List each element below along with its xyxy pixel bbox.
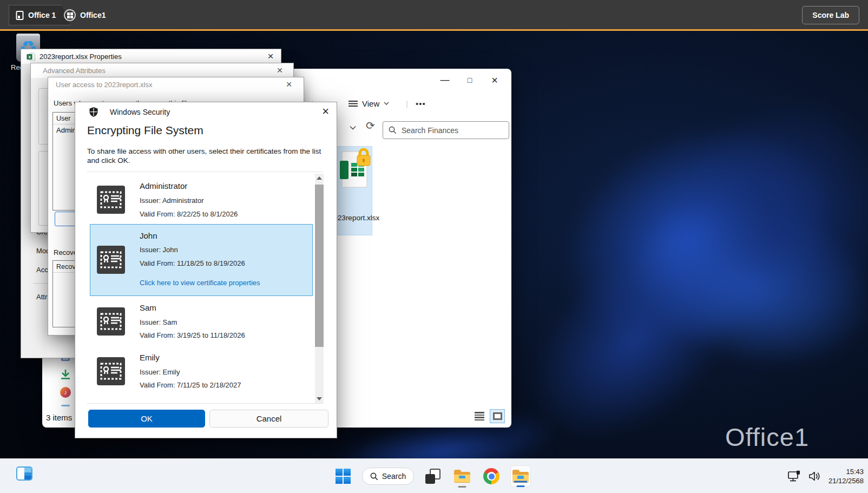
certificate-icon: [97, 186, 125, 214]
explorer-nav-icons: ♪: [60, 351, 71, 406]
active-explorer-window-icon[interactable]: [510, 465, 531, 487]
more-options-button[interactable]: •••: [416, 99, 426, 108]
divider: [87, 403, 323, 404]
chrome-icon[interactable]: [481, 465, 502, 487]
certificate-name: Sam: [140, 303, 156, 312]
scrollbar[interactable]: [315, 174, 324, 403]
breadcrumb-label: Office1: [80, 11, 106, 19]
details-view-toggle[interactable]: [472, 410, 486, 423]
taskbar: Search 15:43 21/12/2568: [0, 458, 868, 493]
top-bar: Office 1 Office1 Score Lab: [0, 0, 868, 31]
nav-scroll-dash: [61, 405, 70, 406]
svg-text:x: x: [28, 54, 31, 60]
office-tab-label: Office 1: [28, 11, 56, 19]
cancel-button[interactable]: Cancel: [209, 410, 328, 428]
volume-icon[interactable]: [808, 470, 822, 482]
taskbar-search-label: Search: [382, 472, 406, 481]
view-button[interactable]: View: [348, 99, 389, 108]
search-input[interactable]: [402, 126, 494, 135]
certificate-issuer: Issuer: John: [140, 246, 178, 254]
certificate-validity: Valid From: 8/22/25 to 8/1/2026: [140, 210, 238, 218]
list-lines-icon: [348, 100, 358, 107]
ok-label: OK: [141, 414, 153, 423]
folder-icon: [512, 469, 529, 483]
selected-file-tile[interactable]: 2023report.xlsx: [336, 146, 372, 235]
office-tab[interactable]: Office 1: [9, 5, 70, 25]
close-icon[interactable]: ×: [273, 64, 287, 76]
date-label: 21/12/2568: [828, 476, 864, 485]
explorer-search-box[interactable]: [383, 121, 509, 139]
folder-icon: [453, 469, 471, 483]
music-icon[interactable]: ♪: [60, 387, 71, 398]
efs-body-text: To share file access with other users, s…: [87, 147, 330, 165]
kiosk-icon: [16, 11, 24, 20]
properties-title: 2023report.xlsx Properties: [40, 52, 122, 61]
chevron-down-icon: [384, 102, 389, 105]
widgets-icon[interactable]: [16, 466, 32, 481]
close-button[interactable]: ×: [482, 72, 507, 88]
time-label: 15:43: [828, 467, 864, 476]
downloads-icon[interactable]: [60, 369, 71, 380]
desktop-watermark: Office1: [725, 422, 809, 452]
thumbnail-view-toggle[interactable]: [490, 409, 505, 423]
search-icon: [370, 472, 378, 481]
certificate-validity: Valid From: 11/18/25 to 8/19/2026: [140, 259, 245, 267]
scrollbar-thumb[interactable]: [315, 185, 324, 347]
active-indicator: [517, 485, 525, 487]
close-icon[interactable]: ×: [282, 78, 296, 90]
clock[interactable]: 15:43 21/12/2568: [828, 467, 864, 485]
taskbar-search[interactable]: Search: [362, 468, 414, 485]
windows-security-dialog: Windows Security × Encrypting File Syste…: [75, 102, 337, 438]
start-button[interactable]: [333, 465, 353, 487]
user-access-title: User access to 2023report.xlsx: [54, 81, 152, 89]
certificate-icon: [97, 307, 125, 336]
minimize-button[interactable]: —: [432, 72, 457, 88]
certificate-issuer: Issuer: Emily: [140, 368, 180, 376]
certificate-name: Emily: [140, 353, 160, 362]
windows-circle-icon: [64, 9, 76, 21]
certificate-name: Administrator: [140, 181, 187, 190]
certificate-properties-link[interactable]: Click here to view certificate propertie…: [140, 279, 260, 287]
divider: [87, 172, 323, 172]
scroll-up-arrow[interactable]: [317, 176, 322, 180]
lock-badge-icon: [356, 148, 372, 167]
view-label: View: [362, 99, 379, 108]
search-icon: [389, 126, 397, 134]
score-lab-button[interactable]: Score Lab: [802, 6, 859, 24]
scroll-down-arrow[interactable]: [317, 397, 322, 400]
certificate-name: John: [140, 231, 157, 240]
close-icon[interactable]: ×: [322, 104, 329, 119]
excel-small-icon: x: [27, 52, 35, 61]
running-indicator: [458, 486, 466, 488]
close-icon[interactable]: ×: [264, 50, 278, 62]
ok-button[interactable]: OK: [88, 410, 205, 428]
network-icon[interactable]: [787, 470, 801, 482]
score-lab-label: Score Lab: [812, 11, 849, 19]
certificate-validity: Valid From: 7/11/25 to 2/18/2027: [140, 381, 241, 389]
task-view-icon[interactable]: [423, 465, 443, 487]
address-chevron-icon[interactable]: [350, 126, 356, 130]
certificate-icon: [97, 246, 125, 274]
file-explorer-icon[interactable]: [452, 465, 472, 487]
certificate-issuer: Issuer: Administrator: [140, 196, 204, 205]
breadcrumb[interactable]: Office1: [64, 5, 106, 25]
advanced-title: Advanced Attributes: [36, 67, 106, 75]
certificate-issuer: Issuer: Sam: [140, 318, 177, 326]
efs-heading: Encrypting File System: [87, 124, 203, 137]
shield-icon: [89, 107, 98, 120]
security-dialog-title: Windows Security: [110, 108, 170, 116]
items-count: 3 items: [46, 413, 72, 422]
refresh-icon[interactable]: ⟳: [366, 119, 375, 132]
maximize-button[interactable]: □: [457, 72, 482, 88]
certificate-validity: Valid From: 3/19/25 to 11/18/2026: [140, 331, 245, 339]
certificate-icon: [97, 357, 125, 385]
cancel-label: Cancel: [257, 414, 282, 423]
toolbar-divider: |: [406, 99, 408, 108]
